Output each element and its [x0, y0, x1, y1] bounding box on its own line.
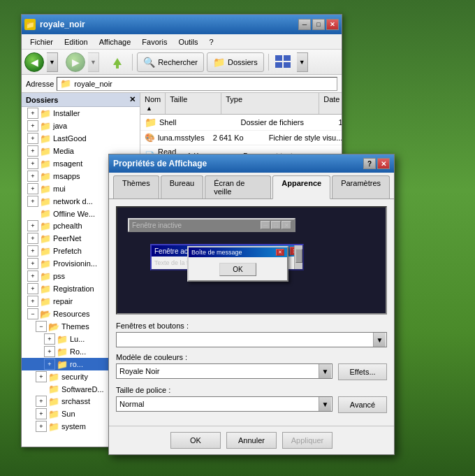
file-size: 2 641 Ko — [213, 134, 244, 142]
tree-toggle-peernet[interactable]: + — [27, 233, 38, 244]
folder-icon-media: 📁 — [40, 146, 51, 157]
sidebar-item-lastgood[interactable]: + 📁 LastGood — [22, 132, 140, 145]
table-row[interactable]: 🎨 luna.msstyles 2 641 Ko Fichier de styl… — [140, 131, 342, 145]
tree-toggle-ro1[interactable]: + — [44, 346, 55, 357]
col-type[interactable]: Type — [221, 93, 319, 114]
sidebar-item-label: Offline We... — [53, 210, 95, 218]
tree-toggle-provisioning[interactable]: + — [27, 258, 38, 269]
tree-toggle-pss[interactable]: + — [27, 271, 38, 282]
ok-button[interactable]: OK — [170, 432, 221, 449]
view-dropdown[interactable]: ▼ — [297, 52, 308, 72]
tree-toggle-ro2[interactable]: + — [44, 359, 55, 370]
msgbox-ok-label: OK — [233, 266, 242, 273]
tab-apparence[interactable]: Apparence — [272, 175, 330, 199]
tree-toggle-resources[interactable]: − — [27, 308, 38, 319]
tree-toggle-msapps[interactable]: + — [27, 171, 38, 182]
forward-button[interactable]: ▶ — [66, 52, 85, 72]
maximize-button[interactable]: □ — [312, 19, 325, 30]
tree-toggle-lastgood[interactable]: + — [27, 133, 38, 144]
svg-rect-0 — [116, 65, 119, 68]
dialog-help-button[interactable]: ? — [363, 158, 376, 169]
tree-toggle-prefetch[interactable]: + — [27, 245, 38, 257]
sidebar-item-label: Media — [53, 147, 74, 155]
folders-button[interactable]: 📁 Dossiers — [207, 52, 264, 72]
forward-dropdown[interactable]: ▼ — [88, 52, 99, 72]
menu-affichage[interactable]: Affichage — [94, 36, 137, 48]
tree-toggle-media[interactable]: + — [27, 145, 38, 157]
view-toggle-button[interactable] — [273, 52, 294, 72]
minimize-button[interactable]: ─ — [298, 19, 311, 30]
file-type: Dossier de fichiers — [240, 118, 303, 127]
police-select[interactable]: Normal — [116, 396, 332, 412]
tree-toggle-system[interactable]: + — [36, 421, 47, 432]
sidebar-item-label: Ro... — [70, 347, 86, 356]
tab-apparence-label: Apparence — [282, 179, 321, 187]
sidebar-item-installer[interactable]: + 📁 Installer — [22, 107, 140, 120]
sidebar-item-label: system — [61, 422, 86, 431]
preview-msgbox-ok-button[interactable]: OK — [219, 263, 256, 276]
folder-icon-msagent: 📁 — [40, 159, 51, 169]
explorer-title-icon: 📁 — [24, 19, 36, 30]
dialog-close-button[interactable]: ✕ — [377, 158, 390, 169]
tab-parametres[interactable]: Paramètres — [332, 175, 390, 199]
menu-outils[interactable]: Outils — [173, 36, 203, 48]
sidebar-item-java[interactable]: + 📁 java — [22, 120, 140, 132]
menu-fichier[interactable]: Fichier — [24, 36, 59, 48]
address-field[interactable]: 📁 royale_noir — [57, 77, 337, 91]
annuler-button[interactable]: Annuler — [226, 432, 277, 449]
col-taille[interactable]: Taille — [166, 93, 221, 114]
sidebar-item-label: repair — [53, 297, 73, 305]
tab-ecran[interactable]: Écran de veille — [205, 175, 271, 199]
tree-toggle-pchealth[interactable]: + — [27, 220, 38, 231]
sidebar-close-icon[interactable]: ✕ — [129, 95, 136, 104]
table-row[interactable]: 📁 Shell Dossier de fichiers 18/0... — [140, 115, 342, 131]
tree-toggle-mui[interactable]: + — [27, 183, 38, 194]
appliquer-button[interactable]: Appliquer — [282, 432, 332, 449]
tree-toggle-themes[interactable]: − — [36, 321, 47, 332]
toolbar: ◀ ▼ ▶ ▼ 🔍 Rechercher 📁 Dossiers ▼ — [22, 50, 342, 75]
svg-rect-1 — [275, 55, 282, 61]
tab-bureau[interactable]: Bureau — [161, 175, 203, 199]
tree-toggle-repair[interactable]: + — [27, 296, 38, 307]
fenetres-select[interactable] — [116, 332, 387, 347]
tree-toggle-registration[interactable]: + — [27, 283, 38, 294]
menu-help[interactable]: ? — [204, 36, 219, 48]
search-button[interactable]: 🔍 Rechercher — [137, 52, 204, 72]
avance-button[interactable]: Avancé — [338, 396, 387, 413]
sidebar-header-label: Dossiers — [26, 96, 58, 104]
folder-icon-offline: 📁 — [40, 208, 51, 219]
tree-toggle-network[interactable]: + — [27, 196, 38, 207]
tree-toggle-security[interactable]: + — [36, 371, 47, 382]
tree-toggle-java[interactable]: + — [27, 120, 38, 131]
tree-toggle-sun[interactable]: + — [36, 408, 47, 419]
folder-icon-pchealth: 📁 — [40, 221, 51, 231]
preview-min-btn: ─ — [261, 221, 270, 229]
file-type-cell: Fichier de style visu... — [265, 131, 342, 144]
effets-button[interactable]: Effets... — [338, 363, 387, 380]
col-nom-label: Nom — [145, 95, 161, 103]
file-name-cell: 📁 Shell — [140, 115, 180, 130]
svg-rect-3 — [275, 62, 282, 68]
menu-favoris[interactable]: Favoris — [136, 36, 173, 48]
col-nom[interactable]: Nom ▲ — [140, 93, 166, 114]
up-button[interactable] — [107, 52, 128, 72]
close-button[interactable]: ✕ — [326, 19, 339, 30]
tree-toggle-srchasst[interactable]: + — [36, 396, 47, 407]
folder-icon-sun: 📁 — [48, 409, 59, 419]
menu-edition[interactable]: Edition — [59, 36, 94, 48]
col-date[interactable]: Date d... — [319, 93, 342, 114]
sidebar-item-label: Prefetch — [53, 247, 82, 255]
file-name: luna.msstyles — [158, 134, 205, 142]
properties-dialog: Propriétés de Affichage ? ✕ Thèmes Burea… — [108, 154, 395, 455]
tree-toggle-lu[interactable]: + — [44, 333, 55, 345]
couleurs-label: Modèle de couleurs : — [116, 353, 387, 361]
tree-toggle-installer[interactable]: + — [27, 108, 38, 119]
tree-toggle-msagent[interactable]: + — [27, 158, 38, 169]
couleurs-select[interactable]: Royale Noir — [116, 363, 332, 379]
back-dropdown[interactable]: ▼ — [47, 52, 58, 72]
folder-icon-ro2: 📁 — [57, 359, 68, 370]
sidebar-item-label: Sun — [61, 410, 75, 418]
tab-themes[interactable]: Thèmes — [113, 175, 159, 199]
back-button[interactable]: ◀ — [24, 52, 44, 72]
search-label: Rechercher — [158, 58, 198, 66]
